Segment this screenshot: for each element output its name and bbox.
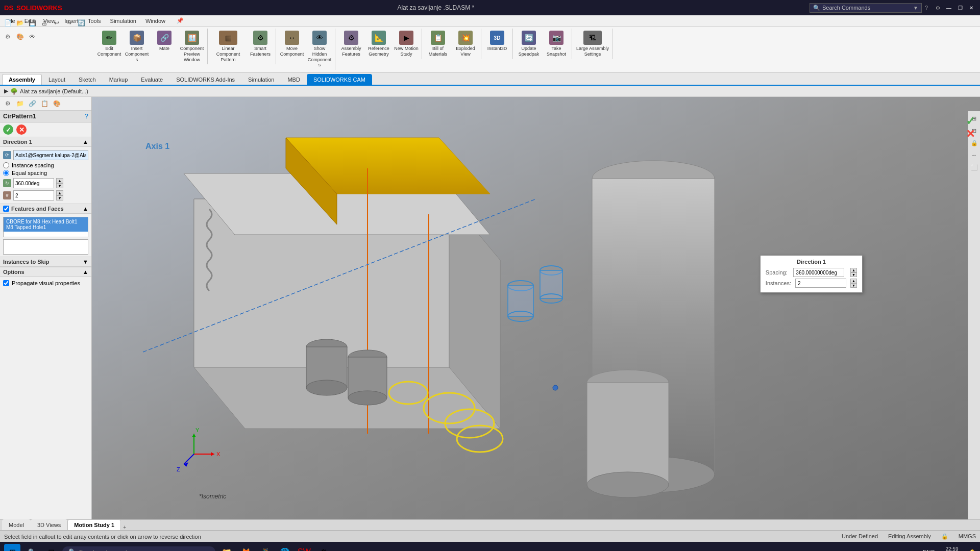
new-motion-study-button[interactable]: ▶ New Motion Study [393,30,420,58]
bill-materials-button[interactable]: 📋 Bill of Materials [425,30,451,58]
assembly-features-button[interactable]: ⚙ Assembly Features [338,30,364,58]
settings-icon[interactable]: ⚙ [933,3,942,12]
callout-instances-up[interactable]: ▲ [850,279,857,283]
open-icon[interactable]: 📂 [14,17,26,29]
print-icon[interactable]: 🖨 [39,17,50,29]
close-button[interactable]: ✕ [967,3,976,12]
taskbar-app1[interactable]: SW [296,544,312,551]
restore-button[interactable]: ❐ [955,3,965,12]
instances-section-header[interactable]: Instances to Skip ▼ [0,257,91,267]
panel-icon-appearances[interactable]: 🎨 [51,98,62,109]
tab-motion-study[interactable]: Motion Study 1 [67,519,121,530]
take-snapshot-button[interactable]: 📷 Take Snapshot [543,30,570,58]
viewport-accept-icon[interactable]: ✓ [966,115,975,128]
tab-assembly[interactable]: Assembly [2,74,42,85]
options-section-header[interactable]: Options ▲ [0,267,91,277]
feature-item-1[interactable]: CBORE for M8 Hex Head Bolt1 M8 Tapped Ho… [4,217,88,232]
menu-simulation[interactable]: Simulation [106,17,140,25]
show-hidden-button[interactable]: 👁 Show Hidden Components [306,30,333,69]
propagate-visual-checkbox[interactable] [3,280,9,286]
taskbar-search-input[interactable] [79,549,209,551]
callout-spacing-down[interactable]: ▼ [850,272,857,277]
tab-solidworks-cam[interactable]: SOLIDWORKS CAM [307,74,372,85]
taskbar-viber[interactable]: 📱 [257,544,274,551]
linear-pattern-button[interactable]: ▦ Linear Component Pattern [210,30,246,63]
taskbar-chrome[interactable]: 🌐 [277,544,293,551]
tab-3dviews[interactable]: 3D Views [31,519,67,530]
tab-layout[interactable]: Layout [42,74,72,85]
update-speedpak-button[interactable]: 🔄 Update Speedpak [516,30,542,58]
instances-up-arrow[interactable]: ▲ [56,190,63,195]
redo-icon[interactable]: ↪ [63,17,75,29]
axis-input[interactable] [13,150,88,160]
callout-instances-input[interactable] [795,279,846,288]
reference-geometry-button[interactable]: 📐 Reference Geometry [365,30,392,58]
minimize-button[interactable]: — [944,3,953,12]
taskbar-search-box[interactable]: 🔍 [62,546,215,551]
spacing-up-arrow[interactable]: ▲ [56,178,63,183]
tab-mbd[interactable]: MBD [281,74,306,85]
right-icon-5[interactable]: ⬜ [969,162,979,172]
add-tab-button[interactable]: + [123,524,126,530]
undo-icon[interactable]: ↩ [51,17,62,29]
instances-input[interactable] [13,190,54,201]
direction1-section-header[interactable]: Direction 1 ▲ [0,137,91,147]
right-icon-4[interactable]: ↔ [969,150,979,160]
save-icon[interactable]: 💾 [27,17,38,29]
features-checkbox[interactable] [3,206,9,212]
viewport-cancel-icon[interactable]: ✕ [966,128,975,141]
menu-pin[interactable]: 📌 [173,16,188,25]
tab-model[interactable]: Model [2,519,31,530]
help-icon[interactable]: ? [922,3,931,12]
instance-spacing-radio[interactable]: Instance spacing [3,162,88,168]
search-bar[interactable]: 🔍 Search Commands ▼ [810,3,922,13]
mate-button[interactable]: 🔗 Mate [151,30,178,58]
panel-icon-config[interactable]: 📋 [39,98,50,109]
edit-component-button[interactable]: ✏ Edit Component [96,30,122,58]
features-section-header[interactable]: Features and Faces ▲ [0,204,91,214]
taskbar-explorer[interactable]: 📁 [218,544,235,551]
component-preview-button[interactable]: 🪟 Component Preview Window [179,30,205,63]
appearance-icon[interactable]: 🎨 [14,31,26,42]
instances-down-arrow[interactable]: ▼ [56,195,63,201]
panel-icon-tree[interactable]: 📁 [14,98,26,109]
cancel-button[interactable]: ✕ [16,124,27,135]
tab-sketch[interactable]: Sketch [72,74,103,85]
callout-spacing-input[interactable] [793,268,844,277]
tab-evaluate[interactable]: Evaluate [134,74,169,85]
tab-addins[interactable]: SOLIDWORKS Add-Ins [169,74,241,85]
callout-instances-down[interactable]: ▼ [850,283,857,288]
tab-simulation[interactable]: Simulation [241,74,281,85]
tab-markup[interactable]: Markup [103,74,135,85]
panel-icon-mates[interactable]: 🔗 [27,98,38,109]
taskbar-taskview[interactable]: ⊟ [43,544,59,551]
menu-window[interactable]: Window [141,17,169,25]
equal-spacing-input[interactable] [3,170,9,176]
exploded-view-button[interactable]: 💥 Exploded View [452,30,479,58]
spacing-down-arrow[interactable]: ▼ [56,183,63,188]
instant3d-button[interactable]: 3D Instant3D [484,30,510,58]
instance-spacing-input[interactable] [3,162,9,168]
taskbar-app2[interactable]: ⚙ [315,544,332,551]
taskbar-firefox[interactable]: 🦊 [238,544,254,551]
taskbar-notification[interactable]: 🔔 [969,549,976,551]
move-component-button[interactable]: ↔ Move Component [279,30,305,58]
callout-spacing-up[interactable]: ▲ [850,268,857,272]
view-options-icon[interactable]: 👁 [27,31,38,42]
feature-list-secondary[interactable] [3,239,88,255]
equal-spacing-radio[interactable]: Equal spacing [3,170,88,176]
insert-components-button[interactable]: 📦 Insert Components [124,30,150,63]
options-icon[interactable]: ⚙ [2,31,13,42]
spacing-input[interactable] [13,178,54,188]
start-button[interactable]: ⊞ [4,544,20,551]
rebuild-icon[interactable]: 🔄 [76,17,87,29]
smart-fasteners-button[interactable]: ⚙ Smart Fasteners [247,30,274,58]
large-assembly-button[interactable]: 🏗 Large Assembly Settings [575,30,610,58]
panel-help-icon[interactable]: ? [85,113,88,120]
accept-button[interactable]: ✓ [3,124,13,135]
viewport[interactable]: ⊞ 👁 🔷 ◇ ⊖ 🔍 ✋ ↻ ↗ 📏 [92,97,980,519]
new-icon[interactable]: 📄 [2,17,13,29]
panel-icon-features[interactable]: ⚙ [2,98,13,109]
taskbar-search[interactable]: 🔍 [23,544,40,551]
search-dropdown-icon[interactable]: ▼ [913,5,918,11]
